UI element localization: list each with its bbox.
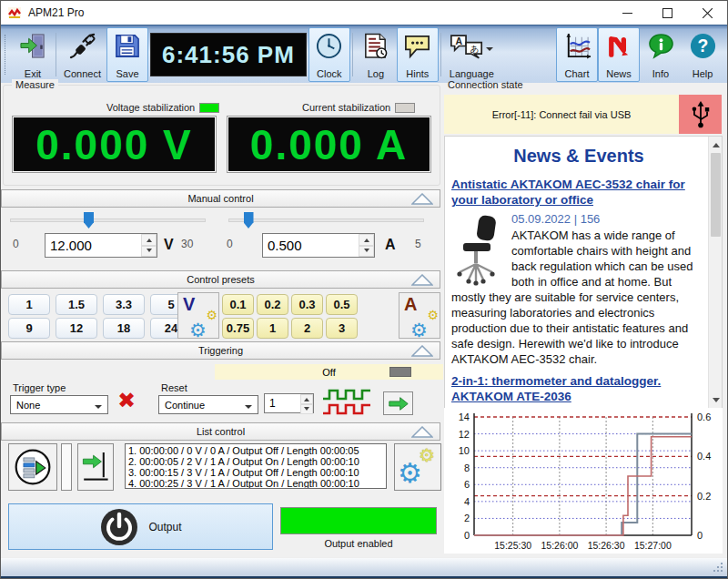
trigger-state-bar: Off [215,364,443,380]
scrollbar-thumb[interactable] [711,153,721,237]
maximize-icon[interactable] [647,1,687,25]
trigger-type-select[interactable]: None [10,395,108,414]
triggering-header[interactable]: Triggering [1,341,440,360]
control-presets-header[interactable]: Control presets [1,270,440,289]
voltage-unit: V [164,237,174,253]
trigger-run-button[interactable] [383,391,413,415]
current-presets: 0.10.20.30.50.75123 [222,294,364,341]
green-arrow-icon [388,396,410,411]
count-spin-down[interactable] [300,404,313,414]
trigger-count-input[interactable] [265,394,300,412]
svg-text:0: 0 [697,530,703,541]
svg-text:6: 6 [464,479,470,490]
voltage-preset-button[interactable]: 12 [56,318,97,339]
connect-button[interactable]: Connect [58,27,106,82]
resize-grip[interactable] [713,563,723,572]
collapse-triangle-icon[interactable] [411,274,433,286]
chart-button[interactable]: Chart [556,27,598,82]
svg-text:15:26:30: 15:26:30 [588,540,625,551]
step-list[interactable]: 1. 00:00:00 / 0 V / 0 A / Output Off / L… [125,443,387,489]
voltage-spin-down[interactable] [141,246,157,258]
scroll-up-icon[interactable] [709,137,723,151]
current-preset-button[interactable]: 0.3 [291,294,323,315]
measure-group: Measure Voltage stabilization Current st… [3,85,440,186]
voltage-preset-button[interactable]: 18 [103,318,145,339]
close-icon[interactable] [687,1,727,25]
current-preset-button[interactable]: 2 [291,318,323,339]
svg-text:10: 10 [459,445,470,456]
trigger-count-field[interactable] [264,393,314,413]
manual-control-header[interactable]: Manual control [1,189,440,208]
current-stab-indicator [395,103,415,113]
connect-plugs-icon [68,32,96,60]
toolbar-grip[interactable] [5,35,9,75]
news-scrollbar[interactable] [708,137,722,408]
gears-icon: ⚙⚙ [410,312,438,338]
voltage-stabilization: Voltage stabilization [106,102,219,113]
current-input[interactable] [263,234,359,257]
news-panel: News & Events Antistatic AKTAKOM AEC-353… [444,136,723,409]
current-spin-up[interactable] [359,234,374,246]
reset-select[interactable]: Continue [158,395,258,414]
collapse-triangle-icon[interactable] [411,193,433,205]
window-title: APM21 Pro [28,6,84,19]
list-step-row[interactable]: 4. 00:00:25 / 3 V / 1 A / Output On / Le… [128,478,383,489]
list-step-row[interactable]: 2. 00:00:05 / 2 V / 1 A / Output On / Le… [128,456,383,467]
news-article-link[interactable]: 2-in-1: thermometer and datalogger. AKTA… [451,373,706,404]
exit-button[interactable]: Exit [12,27,54,82]
current-unit: A [385,237,396,253]
voltage-slider[interactable] [10,212,206,229]
current-slider-track[interactable] [228,218,424,222]
hints-button[interactable]: Hints [397,27,439,82]
current-preset-settings[interactable]: A ⚙⚙ [399,292,440,339]
usb-icon [687,98,714,131]
voltage-preset-button[interactable]: 1 [8,294,50,315]
current-preset-button[interactable]: 3 [326,318,358,339]
voltage-preset-button[interactable]: 3.3 [103,294,145,315]
current-slider[interactable] [228,212,424,229]
current-preset-button[interactable]: 0.2 [257,294,288,315]
current-field[interactable] [262,233,375,258]
count-spin-up[interactable] [300,394,313,404]
gears-icon: ⚙⚙ [189,312,217,338]
voltage-preset-settings[interactable]: V ⚙⚙ [177,292,219,339]
help-button[interactable]: ? Help [682,27,723,82]
voltage-preset-button[interactable]: 1.5 [56,294,97,315]
list-step-row[interactable]: 3. 00:00:15 / 3 V / 1 A / Output Off / L… [128,467,383,478]
current-slider-thumb[interactable] [244,212,254,229]
news-article-link[interactable]: Antistatic AKTAKOM AEC-3532 chair for yo… [451,177,706,208]
list-settings-button[interactable]: ⚙⚙ [394,443,441,491]
svg-text:12: 12 [459,429,470,440]
output-button[interactable]: Output [8,503,273,550]
svg-text:15:26:00: 15:26:00 [541,540,578,551]
log-button[interactable]: Log [355,27,397,82]
collapse-triangle-icon[interactable] [411,426,433,438]
list-step-row[interactable]: 1. 00:00:00 / 0 V / 0 A / Output Off / L… [128,445,383,456]
voltage-preset-button[interactable]: 9 [8,318,50,339]
usb-status [679,95,722,134]
language-dropdown-caret[interactable] [486,47,493,55]
minimize-icon[interactable] [607,1,647,25]
collapse-triangle-icon[interactable] [411,345,433,357]
list-control-header[interactable]: List control [1,422,440,441]
info-button[interactable]: Info [640,27,682,82]
voltage-slider-track[interactable] [10,218,206,222]
news-button[interactable]: News [598,27,640,82]
current-preset-button[interactable]: 0.1 [222,294,254,315]
current-preset-button[interactable]: 0.5 [326,294,358,315]
current-spin-down[interactable] [359,246,374,258]
status-bar [1,557,727,579]
list-splitter[interactable] [61,443,72,491]
scroll-down-icon[interactable] [709,393,723,408]
save-button[interactable]: Save [106,27,148,82]
list-step-button[interactable] [77,443,114,491]
list-run-button[interactable] [8,443,57,491]
voltage-slider-thumb[interactable] [84,212,94,229]
voltage-input[interactable] [46,234,141,257]
current-preset-button[interactable]: 0.75 [222,318,254,339]
current-preset-button[interactable]: 1 [257,318,288,339]
voltage-field[interactable] [45,233,157,258]
voltage-spin-up[interactable] [141,234,157,246]
language-button[interactable]: Aあ Language [443,27,500,82]
clock-button[interactable]: Clock [308,27,350,82]
